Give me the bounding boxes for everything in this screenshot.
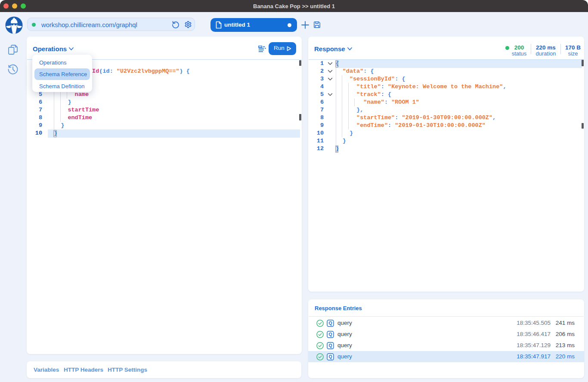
svg-text:Q: Q <box>328 354 332 359</box>
svg-text:Q: Q <box>328 343 332 348</box>
svg-text:Q: Q <box>328 332 332 337</box>
svg-text:Q: Q <box>328 320 332 326</box>
